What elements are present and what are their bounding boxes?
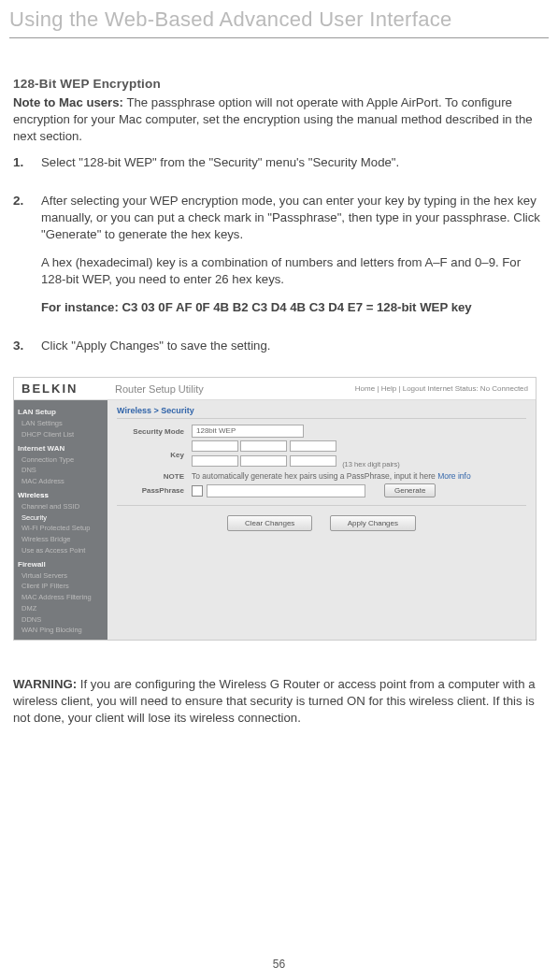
step-para: Click "Apply Changes" to save the settin…	[41, 338, 545, 354]
sidebar-item[interactable]: MAC Address Filtering	[18, 592, 104, 603]
more-info-link[interactable]: More info	[437, 471, 470, 481]
sidebar-group: LAN Setup	[18, 408, 104, 416]
step-body: Click "Apply Changes" to save the settin…	[41, 338, 545, 366]
sidebar-item[interactable]: MAC Address	[18, 476, 104, 487]
header-rule	[9, 37, 549, 38]
sidebar-item[interactable]: Wi-Fi Protected Setup	[18, 523, 104, 534]
step-num: 1.	[13, 154, 41, 182]
sidebar-item[interactable]: DHCP Client List	[18, 429, 104, 440]
note-label: NOTE	[117, 472, 192, 481]
section-title: 128-Bit WEP Encryption	[13, 76, 545, 93]
warning-lead: WARNING:	[13, 677, 77, 691]
step-3: 3. Click "Apply Changes" to save the set…	[13, 338, 545, 366]
key-input[interactable]	[192, 455, 238, 467]
clear-changes-button[interactable]: Clear Changes	[227, 515, 312, 531]
security-mode-label: Security Mode	[117, 427, 192, 436]
sidebar-group: Internet WAN	[18, 444, 104, 453]
step-body: After selecting your WEP encryption mode…	[41, 193, 545, 326]
step-para: Select "128-bit WEP" from the "Security"…	[41, 154, 545, 171]
generate-button[interactable]: Generate	[384, 483, 436, 497]
router-sidebar: LAN Setup LAN Settings DHCP Client List …	[14, 400, 107, 640]
step-para-bold: For instance: C3 03 0F AF 0F 4B B2 C3 D4…	[41, 299, 545, 316]
key-input[interactable]	[290, 440, 336, 452]
mac-note: Note to Mac users: The passphrase option…	[13, 94, 545, 144]
apply-changes-button[interactable]: Apply Changes	[330, 515, 416, 531]
top-links: Home | Help | Logout Internet Status: No…	[355, 384, 528, 393]
note-text-wrap: To automatically generate hex pairs usin…	[192, 471, 471, 481]
passphrase-label: PassPhrase	[117, 486, 192, 495]
sidebar-item[interactable]: Channel and SSID	[18, 501, 104, 512]
key-label: Key	[117, 451, 192, 459]
sidebar-item[interactable]: DDNS	[18, 614, 104, 626]
note-text: To automatically generate hex pairs usin…	[192, 471, 437, 481]
step-num: 3.	[13, 338, 41, 366]
sidebar-item[interactable]: LAN Settings	[18, 418, 104, 429]
warning-paragraph: WARNING: If you are configuring the Wire…	[0, 676, 558, 726]
warning-body: If you are configuring the Wireless G Ro…	[13, 677, 536, 725]
key-input[interactable]	[290, 455, 336, 467]
sidebar-item[interactable]: Connection Type	[18, 454, 104, 466]
router-ui-screenshot: BELKIN Router Setup Utility Home | Help …	[13, 377, 537, 641]
passphrase-checkbox[interactable]	[192, 485, 203, 497]
utility-title: Router Setup Utility	[115, 383, 355, 395]
sidebar-group: Firewall	[18, 560, 104, 569]
sidebar-item[interactable]: DNS	[18, 465, 104, 476]
sidebar-item-security[interactable]: Security	[18, 512, 104, 524]
router-topbar: BELKIN Router Setup Utility Home | Help …	[14, 378, 536, 400]
note-lead: Note to Mac users:	[13, 95, 123, 109]
step-2: 2. After selecting your WEP encryption m…	[13, 193, 545, 326]
key-hint: (13 hex digit pairs)	[342, 460, 400, 468]
key-input[interactable]	[192, 440, 238, 452]
sidebar-item[interactable]: Client IP Filters	[18, 581, 104, 592]
key-input[interactable]	[240, 440, 287, 452]
router-main: Wireless > Security Security Mode 128bit…	[107, 400, 536, 640]
sidebar-item[interactable]: WAN Ping Blocking	[18, 625, 104, 636]
step-num: 2.	[13, 193, 41, 326]
step-1: 1. Select "128-bit WEP" from the "Securi…	[13, 154, 545, 182]
step-body: Select "128-bit WEP" from the "Security"…	[41, 154, 545, 182]
sidebar-item[interactable]: DMZ	[18, 603, 104, 614]
passphrase-input[interactable]	[207, 484, 365, 497]
sidebar-item[interactable]: Wireless Bridge	[18, 534, 104, 545]
belkin-logo: BELKIN	[21, 382, 115, 396]
key-input[interactable]	[240, 455, 287, 467]
sidebar-item[interactable]: Use as Access Point	[18, 545, 104, 556]
step-para: A hex (hexadecimal) key is a combination…	[41, 254, 545, 288]
security-mode-select[interactable]: 128bit WEP	[192, 425, 304, 438]
step-para: After selecting your WEP encryption mode…	[41, 193, 545, 242]
sidebar-group: Wireless	[18, 491, 104, 499]
breadcrumb: Wireless > Security	[117, 406, 526, 419]
sidebar-item[interactable]: Virtual Servers	[18, 570, 104, 582]
page-number: 56	[0, 958, 558, 971]
main-content: 128-Bit WEP Encryption Note to Mac users…	[0, 76, 558, 366]
page-header: Using the Web-Based Advanced User Interf…	[0, 0, 558, 37]
